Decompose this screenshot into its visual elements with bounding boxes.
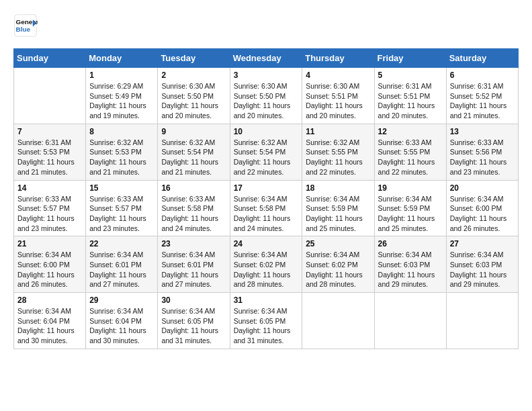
- calendar-cell: 1 Sunrise: 6:29 AMSunset: 5:49 PMDayligh…: [86, 68, 158, 124]
- calendar-cell: 13 Sunrise: 6:33 AMSunset: 5:56 PMDaylig…: [446, 124, 518, 180]
- day-info: Sunrise: 6:34 AMSunset: 6:00 PMDaylight:…: [450, 194, 515, 234]
- weekday-header-cell: Monday: [86, 49, 158, 68]
- calendar-cell: 26 Sunrise: 6:34 AMSunset: 6:03 PMDaylig…: [374, 236, 446, 293]
- day-info: Sunrise: 6:33 AMSunset: 5:58 PMDaylight:…: [161, 194, 226, 234]
- calendar-cell: 27 Sunrise: 6:34 AMSunset: 6:03 PMDaylig…: [446, 236, 518, 293]
- day-number: 6: [450, 71, 515, 80]
- day-number: 25: [306, 239, 370, 248]
- day-info: Sunrise: 6:34 AMSunset: 6:05 PMDaylight:…: [234, 306, 299, 346]
- calendar-cell: 5 Sunrise: 6:31 AMSunset: 5:51 PMDayligh…: [374, 68, 446, 124]
- calendar-cell: 17 Sunrise: 6:34 AMSunset: 5:58 PMDaylig…: [230, 180, 302, 236]
- day-number: 8: [89, 127, 154, 136]
- day-number: 9: [161, 127, 226, 136]
- calendar-cell: 23 Sunrise: 6:34 AMSunset: 6:01 PMDaylig…: [158, 236, 230, 293]
- logo: General Blue: [13, 13, 39, 38]
- day-number: 21: [17, 239, 82, 248]
- day-number: 2: [161, 71, 226, 80]
- day-number: 24: [234, 239, 299, 248]
- day-info: Sunrise: 6:34 AMSunset: 6:01 PMDaylight:…: [89, 250, 154, 289]
- day-number: 31: [234, 295, 299, 305]
- day-number: 3: [234, 71, 299, 80]
- calendar-cell: 4 Sunrise: 6:30 AMSunset: 5:51 PMDayligh…: [302, 68, 374, 124]
- calendar-cell: [14, 68, 86, 124]
- calendar-cell: 24 Sunrise: 6:34 AMSunset: 6:02 PMDaylig…: [230, 236, 302, 293]
- day-info: Sunrise: 6:32 AMSunset: 5:54 PMDaylight:…: [234, 138, 299, 177]
- day-info: Sunrise: 6:34 AMSunset: 6:04 PMDaylight:…: [17, 306, 82, 346]
- calendar-cell: 14 Sunrise: 6:33 AMSunset: 5:57 PMDaylig…: [14, 180, 86, 236]
- day-info: Sunrise: 6:34 AMSunset: 5:59 PMDaylight:…: [378, 194, 443, 234]
- day-number: 29: [89, 295, 154, 305]
- day-info: Sunrise: 6:31 AMSunset: 5:52 PMDaylight:…: [450, 81, 515, 121]
- calendar-cell: 25 Sunrise: 6:34 AMSunset: 6:02 PMDaylig…: [302, 236, 374, 293]
- calendar-cell: 19 Sunrise: 6:34 AMSunset: 5:59 PMDaylig…: [374, 180, 446, 236]
- day-number: 16: [161, 183, 226, 193]
- day-number: 20: [450, 183, 515, 193]
- calendar-cell: 21 Sunrise: 6:34 AMSunset: 6:00 PMDaylig…: [14, 236, 86, 293]
- calendar-cell: 11 Sunrise: 6:32 AMSunset: 5:55 PMDaylig…: [302, 124, 374, 180]
- weekday-header-cell: Tuesday: [158, 49, 230, 68]
- logo-icon: General Blue: [13, 13, 38, 38]
- calendar-cell: 16 Sunrise: 6:33 AMSunset: 5:58 PMDaylig…: [158, 180, 230, 236]
- day-info: Sunrise: 6:34 AMSunset: 6:01 PMDaylight:…: [161, 250, 226, 289]
- calendar-cell: 3 Sunrise: 6:30 AMSunset: 5:50 PMDayligh…: [230, 68, 302, 124]
- calendar-cell: 18 Sunrise: 6:34 AMSunset: 5:59 PMDaylig…: [302, 180, 374, 236]
- calendar-week-row: 7 Sunrise: 6:31 AMSunset: 5:53 PMDayligh…: [14, 124, 519, 180]
- calendar-cell: [446, 293, 518, 349]
- day-number: 26: [378, 239, 443, 248]
- day-number: 4: [306, 71, 370, 80]
- day-number: 12: [378, 127, 443, 136]
- day-info: Sunrise: 6:34 AMSunset: 6:00 PMDaylight:…: [17, 250, 82, 289]
- calendar-cell: 30 Sunrise: 6:34 AMSunset: 6:05 PMDaylig…: [158, 293, 230, 349]
- calendar-cell: 9 Sunrise: 6:32 AMSunset: 5:54 PMDayligh…: [158, 124, 230, 180]
- calendar-cell: 28 Sunrise: 6:34 AMSunset: 6:04 PMDaylig…: [14, 293, 86, 349]
- day-number: 7: [17, 127, 82, 136]
- day-number: 17: [234, 183, 299, 193]
- day-number: 15: [89, 183, 154, 193]
- day-number: 28: [17, 295, 82, 305]
- day-info: Sunrise: 6:33 AMSunset: 5:57 PMDaylight:…: [17, 194, 82, 234]
- calendar-week-row: 21 Sunrise: 6:34 AMSunset: 6:00 PMDaylig…: [14, 236, 519, 293]
- day-number: 14: [17, 183, 82, 193]
- calendar-cell: 15 Sunrise: 6:33 AMSunset: 5:57 PMDaylig…: [86, 180, 158, 236]
- day-info: Sunrise: 6:34 AMSunset: 6:02 PMDaylight:…: [234, 250, 299, 289]
- day-info: Sunrise: 6:34 AMSunset: 6:03 PMDaylight:…: [378, 250, 443, 289]
- day-number: 5: [378, 71, 443, 80]
- calendar-cell: 6 Sunrise: 6:31 AMSunset: 5:52 PMDayligh…: [446, 68, 518, 124]
- day-info: Sunrise: 6:34 AMSunset: 6:02 PMDaylight:…: [306, 250, 370, 289]
- calendar-cell: 29 Sunrise: 6:34 AMSunset: 6:04 PMDaylig…: [86, 293, 158, 349]
- day-info: Sunrise: 6:34 AMSunset: 5:59 PMDaylight:…: [306, 194, 370, 234]
- calendar-cell: 20 Sunrise: 6:34 AMSunset: 6:00 PMDaylig…: [446, 180, 518, 236]
- weekday-header-cell: Wednesday: [230, 49, 302, 68]
- day-number: 27: [450, 239, 515, 248]
- day-info: Sunrise: 6:34 AMSunset: 6:04 PMDaylight:…: [89, 306, 154, 346]
- calendar-table: SundayMondayTuesdayWednesdayThursdayFrid…: [13, 48, 519, 349]
- day-number: 19: [378, 183, 443, 193]
- day-info: Sunrise: 6:33 AMSunset: 5:55 PMDaylight:…: [378, 138, 443, 177]
- day-number: 13: [450, 127, 515, 136]
- calendar-cell: [374, 293, 446, 349]
- weekday-header-cell: Thursday: [302, 49, 374, 68]
- day-info: Sunrise: 6:31 AMSunset: 5:53 PMDaylight:…: [17, 138, 82, 177]
- weekday-header-row: SundayMondayTuesdayWednesdayThursdayFrid…: [14, 49, 519, 68]
- day-info: Sunrise: 6:32 AMSunset: 5:53 PMDaylight:…: [89, 138, 154, 177]
- weekday-header-cell: Friday: [374, 49, 446, 68]
- calendar-cell: 31 Sunrise: 6:34 AMSunset: 6:05 PMDaylig…: [230, 293, 302, 349]
- day-number: 30: [161, 295, 226, 305]
- page-header: General Blue: [13, 13, 519, 38]
- calendar-cell: 22 Sunrise: 6:34 AMSunset: 6:01 PMDaylig…: [86, 236, 158, 293]
- day-number: 22: [89, 239, 154, 248]
- day-number: 11: [306, 127, 370, 136]
- day-info: Sunrise: 6:34 AMSunset: 6:03 PMDaylight:…: [450, 250, 515, 289]
- calendar-cell: 2 Sunrise: 6:30 AMSunset: 5:50 PMDayligh…: [158, 68, 230, 124]
- calendar-week-row: 14 Sunrise: 6:33 AMSunset: 5:57 PMDaylig…: [14, 180, 519, 236]
- day-info: Sunrise: 6:34 AMSunset: 6:05 PMDaylight:…: [161, 306, 226, 346]
- day-info: Sunrise: 6:32 AMSunset: 5:54 PMDaylight:…: [161, 138, 226, 177]
- day-info: Sunrise: 6:33 AMSunset: 5:56 PMDaylight:…: [450, 138, 515, 177]
- calendar-cell: [302, 293, 374, 349]
- day-info: Sunrise: 6:34 AMSunset: 5:58 PMDaylight:…: [234, 194, 299, 234]
- calendar-week-row: 28 Sunrise: 6:34 AMSunset: 6:04 PMDaylig…: [14, 293, 519, 349]
- calendar-cell: 10 Sunrise: 6:32 AMSunset: 5:54 PMDaylig…: [230, 124, 302, 180]
- calendar-cell: 8 Sunrise: 6:32 AMSunset: 5:53 PMDayligh…: [86, 124, 158, 180]
- calendar-week-row: 1 Sunrise: 6:29 AMSunset: 5:49 PMDayligh…: [14, 68, 519, 124]
- calendar-cell: 7 Sunrise: 6:31 AMSunset: 5:53 PMDayligh…: [14, 124, 86, 180]
